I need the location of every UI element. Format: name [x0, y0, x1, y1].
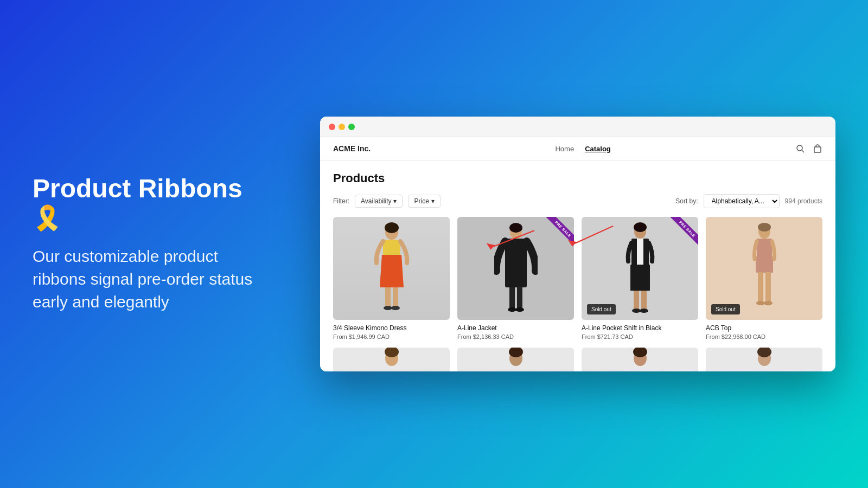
sold-out-badge-4: Sold out [711, 304, 740, 314]
svg-point-12 [384, 306, 392, 310]
browser-chrome [320, 117, 835, 137]
dot-red[interactable] [329, 124, 335, 130]
product-image-1 [333, 217, 450, 320]
product-card-2[interactable]: PRE SALE [457, 217, 574, 340]
product-grid: 3/4 Sleeve Kimono Dress From $1,946.99 C… [333, 217, 822, 340]
svg-point-22 [634, 222, 647, 232]
product-card-1[interactable]: 3/4 Sleeve Kimono Dress From $1,946.99 C… [333, 217, 450, 340]
dot-green[interactable] [348, 124, 355, 130]
svg-point-31 [758, 223, 771, 232]
store-content: Products Filter: Availability ▾ Price ▾ … [320, 160, 835, 371]
svg-rect-16 [505, 239, 527, 287]
model-figure-3 [618, 222, 662, 314]
svg-point-15 [509, 223, 522, 233]
svg-rect-34 [758, 272, 763, 302]
svg-rect-2 [814, 147, 821, 152]
filter-right: Sort by: Alphabetically, A... 994 produc… [675, 194, 822, 208]
svg-rect-26 [634, 291, 639, 310]
sold-out-badge-3: Sold out [587, 304, 616, 314]
availability-filter[interactable]: Availability ▾ [355, 195, 403, 208]
svg-point-19 [508, 307, 516, 312]
svg-point-13 [391, 306, 400, 310]
search-icon[interactable] [795, 144, 805, 153]
svg-rect-24 [637, 239, 643, 266]
product-card-4[interactable]: Sold out [706, 217, 822, 340]
partial-card-2[interactable] [457, 348, 574, 371]
svg-rect-17 [509, 287, 515, 308]
price-filter[interactable]: Price ▾ [408, 195, 440, 208]
filter-label: Filter: [333, 197, 349, 205]
product-price-4: From $22,968.00 CAD [706, 333, 822, 340]
product-image-4: Sold out [706, 217, 822, 320]
main-title: Product Ribbons 🎗️ [33, 175, 260, 232]
filter-bar: Filter: Availability ▾ Price ▾ Sort by: … [333, 194, 822, 208]
partial-card-3[interactable] [582, 348, 698, 371]
model-figure-2 [494, 222, 538, 314]
store-header: ACME Inc. Home Catalog [320, 137, 835, 160]
sort-label: Sort by: [675, 197, 698, 205]
partial-card-1[interactable] [333, 348, 450, 371]
svg-point-36 [756, 301, 765, 305]
store-logo: ACME Inc. [333, 144, 371, 153]
sort-select[interactable]: Alphabetically, A... [704, 194, 780, 208]
partial-model-3 [627, 348, 654, 371]
product-price-3: From $721.73 CAD [582, 333, 698, 340]
filter-left: Filter: Availability ▾ Price ▾ [333, 195, 441, 208]
browser-mockup: ACME Inc. Home Catalog Products [320, 117, 835, 371]
svg-rect-27 [641, 291, 647, 310]
store-icons [795, 144, 822, 153]
product-name-2: A-Line Jacket [457, 324, 574, 332]
svg-point-20 [515, 307, 524, 312]
svg-point-29 [640, 309, 648, 313]
svg-point-28 [632, 309, 641, 313]
page-title: Products [333, 171, 822, 185]
browser-dots [329, 124, 355, 130]
ribbon-emoji: 🎗️ [33, 204, 62, 231]
product-image-3: PRE SALE Sold out [582, 217, 698, 320]
dot-yellow[interactable] [339, 124, 345, 130]
product-name-4: ACB Top [706, 324, 822, 332]
svg-rect-9 [383, 240, 400, 255]
model-figure-4 [743, 222, 786, 314]
product-price-2: From $2,136.33 CAD [457, 333, 574, 340]
model-figure-1 [370, 222, 413, 314]
store-nav: Home Catalog [555, 145, 610, 153]
svg-point-37 [764, 301, 773, 305]
product-grid-wrapper: 3/4 Sleeve Kimono Dress From $1,946.99 C… [333, 217, 822, 371]
nav-catalog[interactable]: Catalog [585, 145, 611, 153]
svg-rect-18 [517, 287, 522, 308]
partial-model-1 [378, 348, 405, 371]
title-text: Product Ribbons [33, 174, 242, 203]
cart-icon[interactable] [813, 144, 822, 153]
svg-point-0 [797, 145, 802, 151]
product-card-3[interactable]: PRE SALE Sold out [582, 217, 698, 340]
svg-rect-25 [630, 265, 650, 291]
description-text: Our customizable product ribbons signal … [33, 245, 260, 313]
product-image-2: PRE SALE [457, 217, 574, 320]
product-name-1: 3/4 Sleeve Kimono Dress [333, 324, 450, 332]
partial-model-4 [751, 348, 778, 371]
svg-rect-35 [765, 272, 771, 302]
svg-point-8 [385, 222, 399, 233]
svg-line-1 [802, 150, 804, 152]
svg-rect-10 [385, 287, 391, 306]
product-count: 994 products [785, 197, 822, 205]
nav-home[interactable]: Home [555, 145, 574, 153]
product-name-3: A-Line Pocket Shift in Black [582, 324, 698, 332]
partial-card-4[interactable] [706, 348, 822, 371]
svg-rect-32 [757, 239, 772, 258]
partial-model-2 [502, 348, 529, 371]
svg-rect-33 [756, 256, 773, 273]
product-price-1: From $1,946.99 CAD [333, 333, 450, 340]
second-row [333, 348, 822, 371]
left-panel: Product Ribbons 🎗️ Our customizable prod… [33, 175, 260, 313]
svg-rect-11 [393, 287, 398, 306]
